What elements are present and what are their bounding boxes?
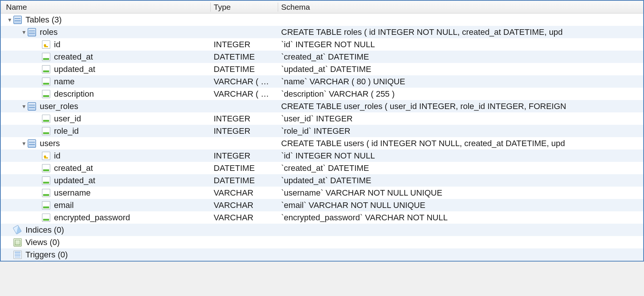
- row-label: Tables (3): [25, 15, 62, 25]
- cell-name: Views (0): [1, 238, 211, 247]
- cell-name: Indices (0): [1, 225, 211, 235]
- tree-row[interactable]: ▼Tables (3): [1, 13, 643, 26]
- cell-name: email: [1, 200, 211, 210]
- cell-name: ▼users: [1, 139, 211, 148]
- row-label: role_id: [54, 126, 79, 136]
- column-headers: Name Type Schema: [1, 1, 643, 13]
- cell-name: ▼Tables (3): [1, 15, 211, 25]
- tree-row[interactable]: encrypted_passwordVARCHAR`encrypted_pass…: [1, 211, 643, 224]
- cell-name: encrypted_password: [1, 213, 211, 223]
- disclosure-triangle[interactable]: ▼: [20, 103, 28, 109]
- row-label: users: [40, 139, 60, 148]
- cell-type: INTEGER: [211, 126, 278, 136]
- tree-row[interactable]: idINTEGER`id` INTEGER NOT NULL: [1, 38, 643, 51]
- tree-row[interactable]: updated_atDATETIME`updated_at` DATETIME: [1, 174, 643, 187]
- row-label: updated_at: [54, 64, 95, 74]
- cell-name: created_at: [1, 163, 211, 173]
- table-icon: [28, 28, 36, 36]
- cell-schema: CREATE TABLE roles ( id INTEGER NOT NULL…: [278, 27, 643, 37]
- cell-schema: `name` VARCHAR ( 80 ) UNIQUE: [278, 77, 643, 87]
- cell-schema: CREATE TABLE user_roles ( user_id INTEGE…: [278, 102, 643, 111]
- row-label: Indices (0): [25, 225, 64, 235]
- cell-type: VARCHAR: [211, 213, 278, 223]
- disclosure-triangle[interactable]: ▼: [20, 29, 28, 35]
- cell-name: ▼roles: [1, 27, 211, 37]
- cell-type: DATETIME: [211, 163, 278, 173]
- row-label: updated_at: [54, 176, 95, 185]
- cell-type: VARCHAR ( …: [211, 77, 278, 87]
- cell-name: username: [1, 188, 211, 198]
- cell-name: created_at: [1, 52, 211, 62]
- tree-row[interactable]: ▼rolesCREATE TABLE roles ( id INTEGER NO…: [1, 26, 643, 38]
- cell-type: INTEGER: [211, 114, 278, 124]
- tree-row[interactable]: nameVARCHAR ( …`name` VARCHAR ( 80 ) UNI…: [1, 75, 643, 88]
- key-icon: [42, 40, 50, 49]
- cell-schema: `username` VARCHAR NOT NULL UNIQUE: [278, 188, 643, 198]
- tree-row[interactable]: ▼usersCREATE TABLE users ( id INTEGER NO…: [1, 137, 643, 149]
- tree-row[interactable]: Triggers (0): [1, 248, 643, 261]
- col-icon: [42, 127, 50, 135]
- disclosure-triangle[interactable]: ▼: [6, 17, 13, 23]
- cell-type: INTEGER: [211, 40, 278, 49]
- row-label: name: [54, 77, 75, 87]
- cell-name: name: [1, 77, 211, 87]
- tree-row[interactable]: descriptionVARCHAR ( …`description` VARC…: [1, 88, 643, 100]
- row-label: Triggers (0): [25, 250, 68, 260]
- cell-name: updated_at: [1, 176, 211, 185]
- cell-name: ▼user_roles: [1, 102, 211, 111]
- row-label: description: [54, 89, 94, 99]
- tree-row[interactable]: Indices (0): [1, 224, 643, 236]
- col-icon: [42, 78, 50, 86]
- row-label: created_at: [54, 52, 93, 62]
- cell-schema: `created_at` DATETIME: [278, 163, 643, 173]
- tree-row[interactable]: created_atDATETIME`created_at` DATETIME: [1, 51, 643, 63]
- tree-row[interactable]: ▼user_rolesCREATE TABLE user_roles ( use…: [1, 100, 643, 112]
- cell-name: updated_at: [1, 64, 211, 74]
- cell-type: VARCHAR: [211, 200, 278, 210]
- tree-row[interactable]: idINTEGER`id` INTEGER NOT NULL: [1, 149, 643, 162]
- col-icon: [42, 164, 50, 172]
- col-icon: [42, 189, 50, 197]
- cell-type: DATETIME: [211, 52, 278, 62]
- tree-row[interactable]: usernameVARCHAR`username` VARCHAR NOT NU…: [1, 187, 643, 199]
- tree-row[interactable]: user_idINTEGER`user_id` INTEGER: [1, 112, 643, 125]
- tree-row[interactable]: emailVARCHAR`email` VARCHAR NOT NULL UNI…: [1, 199, 643, 211]
- cell-name: Triggers (0): [1, 250, 211, 260]
- row-label: id: [54, 151, 60, 161]
- key-icon: [42, 152, 50, 160]
- col-icon: [42, 65, 50, 73]
- view-icon: [13, 238, 22, 247]
- row-label: user_id: [54, 114, 81, 124]
- index-icon: [13, 226, 22, 234]
- col-icon: [42, 201, 50, 209]
- trigger-icon: [13, 251, 22, 259]
- row-label: roles: [40, 27, 58, 37]
- disclosure-triangle[interactable]: ▼: [20, 141, 28, 147]
- cell-name: description: [1, 89, 211, 99]
- cell-schema: `description` VARCHAR ( 255 ): [278, 89, 643, 99]
- col-icon: [42, 53, 50, 61]
- cell-schema: `encrypted_password` VARCHAR NOT NULL: [278, 213, 643, 223]
- col-icon: [42, 176, 50, 185]
- table-icon: [28, 102, 36, 111]
- schema-browser-panel: Name Type Schema ▼Tables (3)▼rolesCREATE…: [0, 0, 644, 262]
- cell-schema: `role_id` INTEGER: [278, 126, 643, 136]
- cell-schema: `updated_at` DATETIME: [278, 176, 643, 185]
- tree-row[interactable]: created_atDATETIME`created_at` DATETIME: [1, 162, 643, 174]
- header-schema[interactable]: Schema: [278, 3, 643, 12]
- tree-row[interactable]: role_idINTEGER`role_id` INTEGER: [1, 125, 643, 137]
- cell-name: role_id: [1, 126, 211, 136]
- cell-schema: `id` INTEGER NOT NULL: [278, 151, 643, 161]
- header-name[interactable]: Name: [1, 3, 211, 12]
- cell-schema: CREATE TABLE users ( id INTEGER NOT NULL…: [278, 139, 643, 148]
- tree-row[interactable]: updated_atDATETIME`updated_at` DATETIME: [1, 63, 643, 75]
- tree-rows: ▼Tables (3)▼rolesCREATE TABLE roles ( id…: [1, 13, 643, 261]
- cell-type: DATETIME: [211, 176, 278, 185]
- cell-schema: `user_id` INTEGER: [278, 114, 643, 124]
- header-type[interactable]: Type: [211, 3, 278, 12]
- tree-row[interactable]: Views (0): [1, 236, 643, 248]
- row-label: id: [54, 40, 60, 49]
- table-icon: [13, 16, 22, 24]
- cell-schema: `id` INTEGER NOT NULL: [278, 40, 643, 49]
- cell-schema: `created_at` DATETIME: [278, 52, 643, 62]
